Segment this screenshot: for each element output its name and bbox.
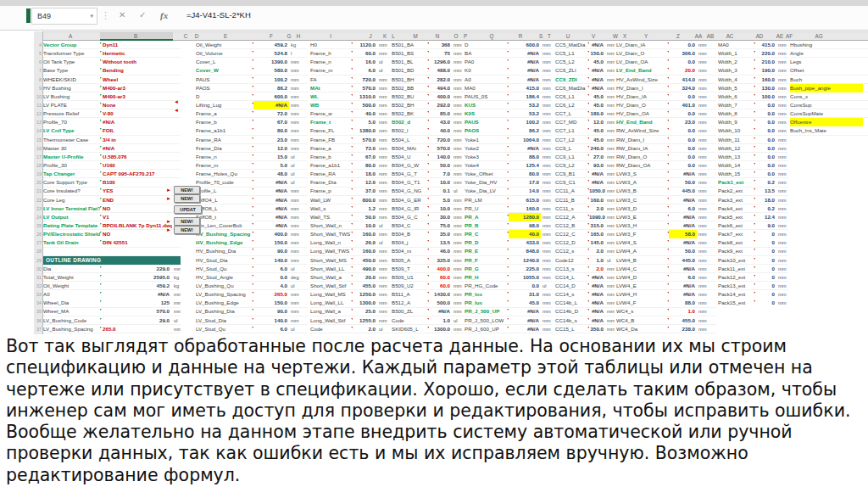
- cell-label[interactable]: Width_6: [718, 92, 755, 101]
- cell-label[interactable]: Tank Oil Drain: [43, 238, 100, 247]
- cell-unit[interactable]: mm: [377, 204, 389, 213]
- cell-unit[interactable]: mm: [605, 221, 615, 230]
- cell-label[interactable]: Wall_TS: [310, 213, 353, 221]
- cell-unit[interactable]: mm: [697, 196, 709, 204]
- cell-label[interactable]: LV_Stud_Qu: [196, 325, 253, 333]
- cell-label[interactable]: LV PLATE: [43, 101, 100, 109]
- cell-unit[interactable]: [172, 238, 181, 247]
- cell-value[interactable]: 16.0: [353, 58, 377, 66]
- cell-value[interactable]: 0.0: [755, 161, 776, 170]
- cell-label[interactable]: B501_BD: [392, 66, 429, 75]
- cell-unit[interactable]: mm: [776, 299, 787, 307]
- new-button-3[interactable]: NEW!: [174, 217, 200, 226]
- cell-unit[interactable]: mm: [605, 265, 615, 273]
- cell-value[interactable]: #N/A: [589, 170, 605, 178]
- new-button-2[interactable]: NEW!: [174, 194, 200, 203]
- cell-value[interactable]: 20.0: [353, 273, 377, 282]
- cell-unit[interactable]: ul: [377, 58, 389, 66]
- cell-value[interactable]: 445.0: [669, 256, 697, 265]
- cell-label[interactable]: Frame_b: [310, 153, 353, 161]
- cell-label[interactable]: CC9_L2: [555, 161, 589, 170]
- cell-unit[interactable]: mm: [541, 299, 552, 307]
- cell-value[interactable]: 0.0: [669, 136, 697, 144]
- column-header-J[interactable]: J: [369, 32, 371, 41]
- cell-value[interactable]: #N/A: [509, 76, 541, 84]
- cell-value[interactable]: 17.0: [509, 178, 541, 187]
- column-header-A[interactable]: A: [69, 32, 72, 41]
- cell-value[interactable]: #N/A: [589, 282, 605, 290]
- cell-value[interactable]: 18.0: [353, 170, 377, 178]
- cell-label[interactable]: PA0: [465, 58, 509, 66]
- column-header-D[interactable]: D: [195, 32, 199, 41]
- cell-value[interactable]: 31.0: [509, 290, 541, 299]
- cell-unit[interactable]: mm: [605, 299, 615, 307]
- cell-label[interactable]: Angle: [790, 49, 863, 58]
- cell-label[interactable]: LV_Stud_Dia: [196, 316, 253, 325]
- cell-value[interactable]: #N/A: [253, 187, 289, 195]
- cell-label[interactable]: Offcentre: [790, 118, 863, 126]
- cell-value[interactable]: 86.2: [509, 126, 541, 135]
- cell-value[interactable]: 75: [429, 49, 452, 58]
- cell-label[interactable]: LVW3_B: [616, 187, 669, 195]
- cell-unit[interactable]: ul: [377, 325, 389, 333]
- cell-label[interactable]: B509_U1: [392, 273, 429, 282]
- cell-label[interactable]: MAt: [310, 84, 353, 92]
- cell-label[interactable]: Frame_a1b1: [196, 126, 253, 135]
- cell-label[interactable]: B504_L: [392, 136, 429, 144]
- cell-unit[interactable]: mm: [452, 230, 463, 238]
- cell-label[interactable]: CC14b_s: [555, 316, 589, 325]
- cell-label[interactable]: CC5_L1: [555, 49, 589, 58]
- cell-label[interactable]: CC5_L2: [555, 58, 589, 66]
- cell-value[interactable]: 401.0: [669, 101, 697, 109]
- cell-value[interactable]: #N/A: [509, 58, 541, 66]
- cell-value[interactable]: 848.0: [509, 247, 541, 255]
- cell-label[interactable]: B501_BH: [392, 76, 429, 84]
- cell-unit[interactable]: mm: [541, 221, 552, 230]
- cell-value[interactable]: #N/A: [589, 84, 605, 92]
- cell-value[interactable]: 88.0: [509, 153, 541, 161]
- cell-unit[interactable]: mm: [541, 187, 552, 195]
- cell-value[interactable]: 2.0: [353, 325, 377, 333]
- cell-label[interactable]: Pack10_ext: [718, 256, 755, 265]
- cell-label[interactable]: LVW4_C: [616, 265, 669, 273]
- cell-label[interactable]: PR_E: [465, 247, 509, 255]
- column-header-E[interactable]: E: [224, 32, 227, 41]
- cell-value[interactable]: 415.0: [509, 84, 541, 92]
- cell-label[interactable]: KUS: [465, 101, 509, 109]
- cell-unit[interactable]: mm: [452, 58, 463, 66]
- cell-label[interactable]: WC4_s: [616, 307, 669, 316]
- cell-unit[interactable]: mm: [541, 213, 552, 221]
- cell-unit[interactable]: mm: [289, 256, 304, 265]
- cell-label[interactable]: Core Leg: [43, 196, 100, 204]
- cell-value[interactable]: 0.0: [755, 118, 776, 126]
- cell-label[interactable]: HV_Bushing_Edge: [196, 238, 253, 247]
- cell-value[interactable]: 0.0: [669, 144, 697, 153]
- cell-value[interactable]: 125: [100, 299, 172, 307]
- cell-value[interactable]: #N/A: [669, 238, 697, 247]
- cell-unit[interactable]: mm: [697, 92, 709, 101]
- cell-unit[interactable]: mm: [776, 101, 787, 109]
- cell-unit[interactable]: mm: [541, 126, 552, 135]
- cell-value[interactable]: 50.0: [669, 247, 697, 255]
- cell-label[interactable]: LVW4_A: [616, 247, 669, 255]
- cell-value[interactable]: 45.0: [509, 299, 541, 307]
- cell-value[interactable]: 0.1: [429, 187, 452, 195]
- cell-value[interactable]: V-80: [100, 109, 172, 118]
- cell-value[interactable]: 60.0: [353, 49, 377, 58]
- cell-label[interactable]: B502_BU: [392, 92, 429, 101]
- cell-value[interactable]: DIN 42551: [100, 238, 172, 247]
- cell-unit[interactable]: mm: [605, 170, 615, 178]
- cell-unit[interactable]: mm: [541, 92, 552, 101]
- cell-label[interactable]: Frame_FL: [310, 126, 353, 135]
- cell-value[interactable]: 60.0: [429, 282, 452, 290]
- cell-unit[interactable]: kg: [172, 273, 181, 282]
- cell-unit[interactable]: mm: [605, 213, 615, 221]
- cell-value[interactable]: #N/A: [253, 196, 289, 204]
- cell-label[interactable]: Min_Len_CoverBolt: [196, 221, 253, 230]
- cell-unit[interactable]: mm: [377, 109, 389, 118]
- cell-value[interactable]: 190.0: [755, 66, 776, 75]
- cell-unit[interactable]: [172, 153, 181, 161]
- cell-value[interactable]: 140.0: [253, 256, 289, 265]
- cell-label[interactable]: CC12_C: [555, 230, 589, 238]
- cell-value[interactable]: 0.0: [755, 170, 776, 178]
